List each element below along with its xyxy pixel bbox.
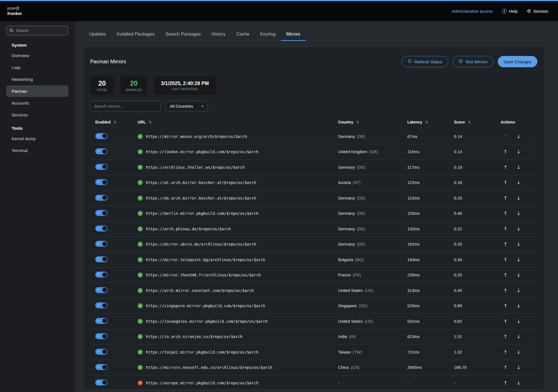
switch-knob <box>102 303 107 308</box>
column-header-score[interactable]: Score⇅ <box>454 120 501 124</box>
column-header-latency[interactable]: Latency⇅ <box>407 120 454 124</box>
enabled-toggle[interactable]: ✓ <box>95 179 107 185</box>
enabled-toggle[interactable]: ✓ <box>95 380 107 385</box>
move-up-button[interactable]: ↑ <box>502 210 509 217</box>
stat-enabled: 20 ENABLED <box>121 76 147 95</box>
score-value: 0.25 <box>454 242 501 246</box>
enabled-toggle[interactable]: ✓ <box>95 241 107 247</box>
tab-search-packages[interactable]: Search Packages <box>160 28 206 41</box>
country-code: (DE) <box>357 242 365 246</box>
enabled-toggle[interactable]: ✓ <box>95 195 107 201</box>
enabled-toggle[interactable]: ✓ <box>95 148 107 154</box>
mirror-url: https://mirrors.neusoft.edu.cn/archlinux… <box>146 365 272 370</box>
switch-check-icon: ✓ <box>98 150 100 153</box>
move-up-button[interactable]: ↑ <box>502 318 509 325</box>
move-up-button[interactable]: ↑ <box>502 333 509 340</box>
move-down-button[interactable]: ↓ <box>515 179 522 186</box>
tab-history[interactable]: History <box>206 28 231 41</box>
test-mirrors-button[interactable]: Test Mirrors <box>453 56 493 67</box>
mirror-search-input[interactable] <box>90 101 161 111</box>
enabled-toggle[interactable]: ✓ <box>95 256 107 262</box>
move-down-button[interactable]: ↓ <box>515 380 522 386</box>
tab-cache[interactable]: Cache <box>231 28 255 41</box>
sidebar-item-services[interactable]: Services <box>6 109 68 121</box>
switch-check-icon: ✓ <box>98 180 100 183</box>
column-header-country[interactable]: Country⇅ <box>338 120 407 124</box>
sort-icon[interactable]: ⇅ <box>425 120 428 124</box>
enabled-toggle[interactable]: ✓ <box>95 287 107 293</box>
switch-check-icon: ✓ <box>98 365 100 368</box>
sidebar-item-networking[interactable]: Networking <box>6 73 68 85</box>
mirror-url: https://berlin.mirror.pkgbuild.com/$repo… <box>146 211 258 216</box>
host-identity: josie@ fronker <box>7 6 22 16</box>
sidebar-item-accounts[interactable]: Accounts <box>6 97 68 109</box>
move-up-button[interactable]: ↑ <box>502 256 509 263</box>
move-up-button[interactable]: ↑ <box>502 302 509 309</box>
column-header-url[interactable]: URL⇅ <box>138 120 338 124</box>
move-up-button[interactable]: ↑ <box>502 241 509 248</box>
move-up-button[interactable]: ↑ <box>502 272 509 278</box>
move-down-button[interactable]: ↓ <box>515 210 522 217</box>
enabled-toggle[interactable]: ✓ <box>95 133 107 139</box>
switch-knob <box>102 226 107 231</box>
check-circle-icon: ✓ <box>138 211 143 216</box>
move-down-button[interactable]: ↓ <box>515 272 522 278</box>
move-down-button[interactable]: ↓ <box>515 195 522 202</box>
enabled-toggle[interactable]: ✓ <box>95 318 107 324</box>
move-down-button[interactable]: ↓ <box>515 318 522 325</box>
sidebar-item-kernel-dump[interactable]: Kernel dump <box>6 133 68 144</box>
search-icon <box>9 28 14 34</box>
enabled-toggle[interactable]: ✓ <box>95 226 107 231</box>
move-down-button[interactable]: ↓ <box>515 256 522 263</box>
enabled-toggle[interactable]: ✓ <box>95 272 107 278</box>
country-code: (DE) <box>357 165 365 170</box>
column-header-enabled[interactable]: Enabled⇅ <box>95 120 138 124</box>
move-up-button[interactable]: ↑ <box>502 349 509 356</box>
session-menu[interactable]: ⚙ Session <box>527 8 548 14</box>
enabled-toggle[interactable]: ✓ <box>95 333 107 339</box>
tab-keyring[interactable]: Keyring <box>255 28 281 41</box>
move-down-button[interactable]: ↓ <box>515 287 522 294</box>
enabled-toggle[interactable]: ✓ <box>95 349 107 355</box>
refresh-status-button[interactable]: Refresh Status <box>402 56 448 67</box>
move-up-button[interactable]: ↑ <box>502 148 509 155</box>
tab-installed-packages[interactable]: Installed Packages <box>111 28 160 41</box>
sidebar-search-input[interactable] <box>6 26 68 35</box>
help-menu[interactable]: ? Help <box>502 9 518 14</box>
move-down-button[interactable]: ↓ <box>515 364 522 371</box>
move-up-button[interactable]: ↑ <box>502 226 509 232</box>
move-down-button[interactable]: ↓ <box>515 133 522 140</box>
tab-updates[interactable]: Updates <box>84 28 111 41</box>
tab-mirrors[interactable]: Mirrors <box>281 28 306 41</box>
move-down-button[interactable]: ↓ <box>515 226 522 232</box>
sort-icon[interactable]: ⇅ <box>468 120 471 124</box>
stat-total: 20 TOTAL <box>90 76 114 95</box>
sort-icon[interactable]: ⇅ <box>149 120 152 124</box>
move-down-button[interactable]: ↓ <box>515 148 522 155</box>
move-down-button[interactable]: ↓ <box>515 349 522 356</box>
sort-icon[interactable]: ⇅ <box>113 120 116 124</box>
move-down-button[interactable]: ↓ <box>515 333 522 340</box>
move-up-button[interactable]: ↑ <box>502 179 509 186</box>
save-changes-button[interactable]: Save Changes <box>498 56 537 67</box>
sidebar-item-overview[interactable]: Overview <box>6 50 68 61</box>
enabled-toggle[interactable]: ✓ <box>95 164 107 170</box>
move-down-button[interactable]: ↓ <box>515 302 522 309</box>
move-up-button[interactable]: ↑ <box>502 164 509 171</box>
enabled-toggle[interactable]: ✓ <box>95 302 107 308</box>
move-up-button[interactable]: ↑ <box>502 380 509 386</box>
sidebar-item-logs[interactable]: Logs <box>6 62 68 73</box>
administrative-access-button[interactable]: Administrative access <box>452 9 493 14</box>
check-circle-icon: ✓ <box>138 303 143 308</box>
move-up-button[interactable]: ↑ <box>502 364 509 371</box>
enabled-toggle[interactable]: ✓ <box>95 210 107 216</box>
move-up-button[interactable]: ↑ <box>502 287 509 294</box>
country-filter-select[interactable]: All Countries ▼ <box>166 101 208 111</box>
sort-icon[interactable]: ⇅ <box>356 120 359 124</box>
sidebar-item-pacman[interactable]: Pacman <box>6 85 68 97</box>
sidebar-item-terminal[interactable]: Terminal <box>6 145 68 156</box>
move-up-button[interactable]: ↑ <box>502 195 509 202</box>
enabled-toggle[interactable]: ✓ <box>95 364 107 370</box>
move-down-button[interactable]: ↓ <box>515 241 522 248</box>
move-down-button[interactable]: ↓ <box>515 164 522 171</box>
